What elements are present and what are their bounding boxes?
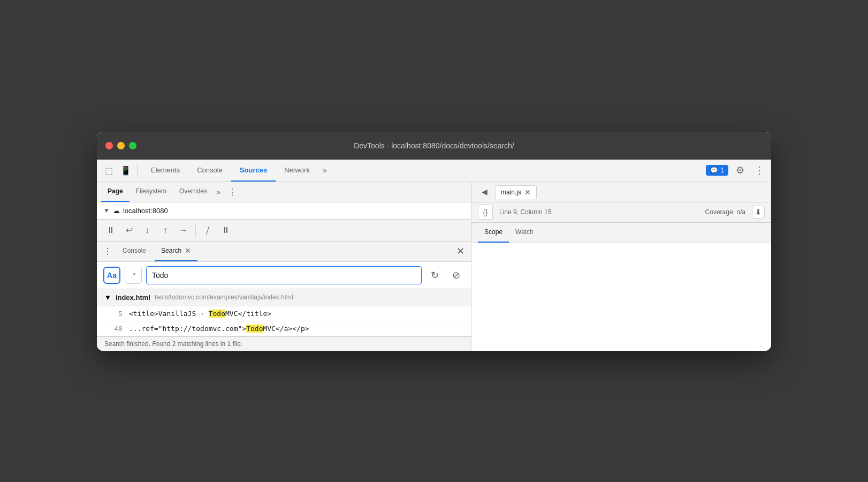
line-before-2: ...ref="http://todomvc.com"> — [129, 325, 246, 333]
scope-watch-tabs: Scope Watch — [471, 223, 771, 243]
search-panel: Aa .* ↻ ⊘ ▼ index.html tests/todomvc.c — [97, 262, 471, 351]
line-number-5: 5 — [110, 310, 123, 318]
deactivate-button[interactable]: ⧸ — [200, 223, 215, 238]
step-into-button[interactable]: ↓ — [140, 223, 155, 238]
line-before-1: <title>VanillaJS · — [129, 310, 209, 318]
devtools-window: DevTools - localhost:8080/docs/devtools/… — [97, 132, 771, 351]
notifications-badge[interactable]: 💬 1 — [706, 165, 728, 176]
highlight-2: Todo — [246, 325, 263, 333]
tab-filesystem[interactable]: Filesystem — [130, 182, 173, 202]
download-button[interactable]: ⬇ — [752, 206, 765, 219]
debug-toolbar: ⏸ ↩ ↓ ↑ → ⧸ ⏸ — [97, 220, 471, 242]
match-case-button[interactable]: Aa — [103, 267, 120, 284]
breadcrumb-toggle[interactable]: ◀ — [478, 185, 491, 198]
coverage-info: Coverage: n/a — [705, 208, 745, 216]
clear-search-button[interactable]: ⊘ — [447, 267, 465, 284]
left-panel: Page Filesystem Overrides » ⋮ ▼ ☁ localh… — [97, 182, 471, 351]
bottom-panel-menu[interactable]: ⋮ — [101, 245, 114, 258]
line-content-40: ...ref="http://todomvc.com">TodoMVC</a><… — [129, 325, 309, 333]
panel-more-button[interactable]: » — [214, 188, 224, 196]
tree-arrow-icon: ▼ — [103, 207, 110, 214]
file-tab-close-icon[interactable]: ✕ — [524, 188, 531, 197]
settings-button[interactable]: ⚙ — [733, 163, 748, 178]
console-tab-label: Console — [123, 247, 146, 254]
file-tab-name: main.js — [501, 189, 521, 196]
search-results: ▼ index.html tests/todomvc.com/examples/… — [97, 289, 471, 336]
result-file-header[interactable]: ▼ index.html tests/todomvc.com/examples/… — [97, 289, 471, 306]
cursor-position: Line 9, Column 15 — [499, 208, 551, 216]
toolbar-right: 💬 1 ⚙ ⋮ — [706, 163, 767, 178]
inspect-element-button[interactable]: ⬚ — [101, 163, 116, 178]
right-panel: ◀ main.js ✕ {} Line 9, Column 15 Coverag… — [471, 182, 771, 351]
file-tab-main-js[interactable]: main.js ✕ — [495, 185, 537, 199]
bottom-tabs: ⋮ Console Search ✕ ✕ — [97, 242, 471, 262]
tab-search-bottom[interactable]: Search ✕ — [155, 242, 197, 261]
tab-sources[interactable]: Sources — [231, 160, 276, 182]
tab-scope[interactable]: Scope — [478, 223, 509, 243]
right-content-area — [471, 243, 771, 351]
main-nav-tabs: Elements Console Sources Network » — [142, 160, 706, 182]
highlight-1: Todo — [209, 310, 225, 318]
device-toolbar-button[interactable]: 📱 — [118, 163, 133, 178]
result-line-2[interactable]: 40 ...ref="http://todomvc.com">TodoMVC</… — [97, 321, 471, 336]
search-bar: Aa .* ↻ ⊘ — [97, 262, 471, 289]
main-area: Page Filesystem Overrides » ⋮ ▼ ☁ localh… — [97, 182, 771, 351]
tree-item-localhost[interactable]: ▼ ☁ localhost:8080 — [103, 207, 465, 215]
titlebar: DevTools - localhost:8080/docs/devtools/… — [97, 132, 771, 160]
result-file-path: tests/todomvc.com/examples/vanillajs/ind… — [155, 293, 293, 301]
use-regex-button[interactable]: .* — [125, 267, 142, 284]
notification-icon: 💬 — [710, 167, 718, 174]
step-back-button[interactable]: ↩ — [121, 223, 136, 238]
step-out-button[interactable]: ↑ — [158, 223, 173, 238]
step-over-button[interactable]: → — [176, 223, 191, 238]
tab-watch[interactable]: Watch — [509, 223, 540, 243]
result-line-1[interactable]: 5 <title>VanillaJS · TodoMVC</title> — [97, 306, 471, 321]
tab-console[interactable]: Console — [188, 160, 231, 182]
refresh-search-button[interactable]: ↻ — [426, 267, 443, 284]
format-button[interactable]: {} — [478, 205, 493, 220]
tab-overrides[interactable]: Overrides — [173, 182, 214, 202]
right-top-bar: ◀ main.js ✕ — [471, 182, 771, 202]
panel-tabs: Page Filesystem Overrides » ⋮ — [97, 182, 471, 202]
maximize-button[interactable] — [129, 142, 136, 149]
top-toolbar: ⬚ 📱 Elements Console Sources Network » 💬… — [97, 160, 771, 182]
tab-console-bottom[interactable]: Console — [116, 242, 153, 261]
tab-elements[interactable]: Elements — [142, 160, 188, 182]
tab-network[interactable]: Network — [276, 160, 318, 182]
devtools-body: ⬚ 📱 Elements Console Sources Network » 💬… — [97, 160, 771, 351]
search-tab-close[interactable]: ✕ — [185, 246, 191, 255]
pause2-button[interactable]: ⏸ — [218, 223, 233, 238]
line-after-2: MVC</a></p> — [263, 325, 309, 333]
file-tree: ▼ ☁ localhost:8080 — [97, 202, 471, 220]
line-number-40: 40 — [110, 325, 123, 333]
result-file-name: index.html — [116, 293, 150, 302]
cloud-icon: ☁ — [113, 207, 120, 215]
minimize-button[interactable] — [117, 142, 125, 149]
debug-separator — [195, 225, 196, 236]
window-title: DevTools - localhost:8080/docs/devtools/… — [354, 141, 514, 150]
bottom-panel-close[interactable]: ✕ — [454, 245, 467, 258]
search-status-bar: Search finished. Found 2 matching lines … — [97, 336, 471, 351]
toolbar-icons: ⬚ 📱 — [101, 163, 138, 178]
result-file-arrow: ▼ — [104, 293, 111, 302]
line-after-1: MVC</title> — [225, 310, 271, 318]
notification-count: 1 — [720, 167, 724, 174]
search-tab-label: Search — [161, 247, 181, 254]
more-tabs-button[interactable]: » — [318, 160, 331, 182]
pause-button[interactable]: ⏸ — [103, 223, 118, 238]
tab-page[interactable]: Page — [101, 182, 130, 202]
search-status-text: Search finished. Found 2 matching lines … — [104, 340, 242, 348]
panel-menu-button[interactable]: ⋮ — [226, 185, 239, 198]
close-button[interactable] — [105, 142, 113, 149]
line-content-5: <title>VanillaJS · TodoMVC</title> — [129, 310, 271, 318]
search-input[interactable] — [146, 266, 422, 284]
bottom-panel: ⋮ Console Search ✕ ✕ — [97, 242, 471, 351]
right-meta-bar: {} Line 9, Column 15 Coverage: n/a ⬇ — [471, 202, 771, 223]
window-controls — [105, 142, 136, 149]
tree-item-label: localhost:8080 — [123, 207, 168, 215]
more-options-button[interactable]: ⋮ — [752, 163, 767, 178]
